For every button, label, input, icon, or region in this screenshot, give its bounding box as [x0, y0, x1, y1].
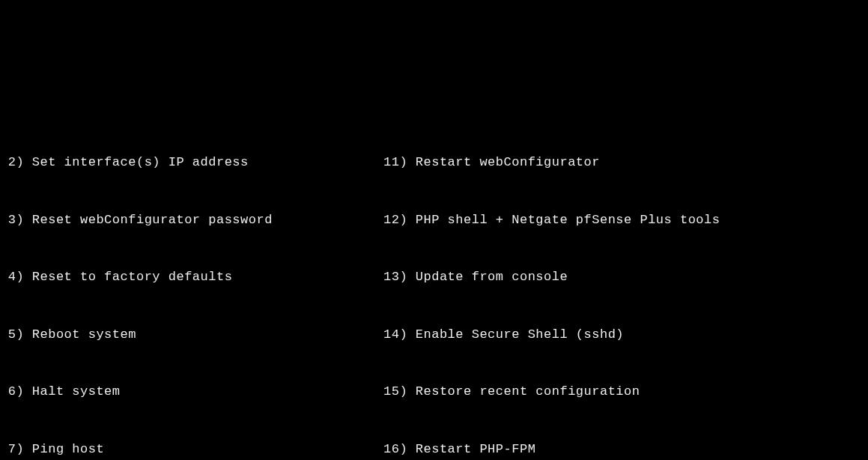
- menu-item-11: 11) Restart webConfigurator: [383, 153, 600, 172]
- menu-item-16: 16) Restart PHP-FPM: [383, 440, 535, 459]
- menu-item-13: 13) Update from console: [383, 267, 568, 287]
- menu-item-14: 14) Enable Secure Shell (sshd): [383, 325, 624, 345]
- menu-item-6: 6) Halt system: [0, 382, 383, 402]
- menu-item-15: 15) Restore recent configuration: [383, 382, 640, 402]
- menu-item-7: 7) Ping host: [0, 440, 383, 459]
- menu-row: 5) Reboot system 14) Enable Secure Shell…: [0, 325, 868, 345]
- menu-item-3: 3) Reset webConfigurator password: [0, 211, 383, 230]
- menu-row: 3) Reset webConfigurator password 12) PH…: [0, 211, 868, 230]
- menu-row: 7) Ping host 16) Restart PHP-FPM: [0, 440, 868, 459]
- menu-row: 6) Halt system 15) Restore recent config…: [0, 382, 868, 402]
- menu-item-4: 4) Reset to factory defaults: [0, 267, 383, 287]
- menu-item-2: 2) Set interface(s) IP address: [0, 153, 383, 172]
- terminal[interactable]: 2) Set interface(s) IP address 11) Resta…: [0, 96, 868, 461]
- menu-row: 2) Set interface(s) IP address 11) Resta…: [0, 153, 868, 172]
- menu-item-5: 5) Reboot system: [0, 325, 383, 345]
- menu-row: 4) Reset to factory defaults 13) Update …: [0, 267, 868, 287]
- menu-item-12: 12) PHP shell + Netgate pfSense Plus too…: [383, 211, 720, 230]
